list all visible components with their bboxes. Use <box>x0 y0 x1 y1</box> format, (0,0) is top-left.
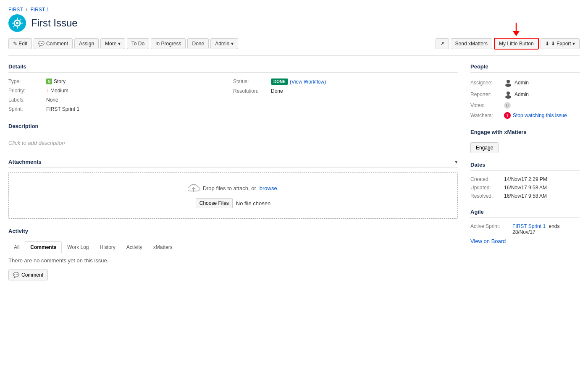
sprint-label: Sprint: <box>8 106 46 112</box>
project-icon <box>8 14 26 32</box>
resolved-label: Resolved: <box>470 193 504 199</box>
detail-resolution-row: Resolution: Done <box>233 86 458 96</box>
send-xmatters-button[interactable]: Send xMatters <box>451 38 492 49</box>
attachments-section: Attachments ▾ Drop files to attach, or <box>8 159 458 219</box>
page-title: First Issue <box>31 17 78 29</box>
detail-sprint-row: Sprint: FIRST Sprint 1 <box>8 105 233 114</box>
description-section: Description Click to add description <box>8 123 458 149</box>
main-content: Details Type: N Story Priority: <box>8 63 580 290</box>
dates-section: Dates Created: 14/Nov/17 2:29 PM Updated… <box>470 162 580 200</box>
details-section: Details Type: N Story Priority: <box>8 63 458 114</box>
watchers-row: Watchers: 1 Stop watching this issue <box>470 110 580 120</box>
breadcrumb-separator: / <box>26 7 27 13</box>
votes-value: 0 <box>504 102 511 109</box>
breadcrumb-issue[interactable]: FIRST-1 <box>30 7 49 13</box>
type-value: N Story <box>46 78 66 84</box>
tab-xmatters[interactable]: xMatters <box>148 241 178 253</box>
drop-zone[interactable]: Drop files to attach, or browse. Choose … <box>8 172 458 219</box>
edit-button[interactable]: ✎ Edit <box>8 38 32 49</box>
browse-link[interactable]: browse. <box>260 185 279 191</box>
status-badge: DONE <box>271 78 288 85</box>
details-title: Details <box>8 63 458 73</box>
admin-button[interactable]: Admin ▾ <box>210 38 238 49</box>
reporter-label: Reporter: <box>470 92 504 97</box>
priority-icon: ↑ <box>46 88 49 94</box>
engage-button[interactable]: Engage <box>470 142 499 153</box>
status-label: Status: <box>233 78 271 84</box>
created-value: 14/Nov/17 2:29 PM <box>504 176 547 182</box>
stop-watching-link[interactable]: Stop watching this issue <box>513 113 567 118</box>
sprint-link[interactable]: FIRST Sprint 1 <box>512 223 546 229</box>
watchers-value: 1 Stop watching this issue <box>504 112 567 119</box>
comment-icon-2: 💬 <box>13 272 19 278</box>
activity-tabs: All Comments Work Log History Activity x… <box>8 241 458 253</box>
svg-point-13 <box>505 84 511 87</box>
story-icon: N <box>46 78 52 84</box>
assignee-icon <box>504 78 512 87</box>
no-file-label: No file chosen <box>236 200 270 207</box>
assignee-label: Assignee: <box>470 80 504 86</box>
inprogress-button[interactable]: In Progress <box>151 38 186 49</box>
tab-activity[interactable]: Activity <box>121 241 148 253</box>
bottom-comment-button[interactable]: 💬 Comment <box>8 269 48 280</box>
resolved-row: Resolved: 16/Nov/17 9:58 AM <box>470 192 580 200</box>
assign-button[interactable]: Assign <box>74 38 99 49</box>
reporter-row: Reporter: Admin <box>470 89 580 100</box>
votes-badge: 0 <box>504 102 511 109</box>
comment-icon: 💬 <box>38 41 45 47</box>
agile-section: Agile Active Sprint: FIRST Sprint 1 ends… <box>470 209 580 246</box>
issue-header: First Issue <box>8 14 580 32</box>
engage-section: Engage with xMatters Engage <box>470 129 580 153</box>
export-button[interactable]: ⬇ ⬇ Export ▾ <box>541 38 580 49</box>
created-label: Created: <box>470 176 504 182</box>
view-workflow-link[interactable]: (View Workflow) <box>290 79 326 85</box>
description-placeholder[interactable]: Click to add description <box>8 136 458 149</box>
details-left-col: Type: N Story Priority: ↑ Medium <box>8 77 233 114</box>
priority-label: Priority: <box>8 88 46 94</box>
more-button[interactable]: More ▾ <box>100 38 125 49</box>
watchers-badge: 1 <box>504 112 511 119</box>
agile-title: Agile <box>470 209 580 218</box>
todo-button[interactable]: To Do <box>127 38 149 49</box>
details-right-col: Status: DONE (View Workflow) Resolution:… <box>233 77 458 114</box>
svg-point-2 <box>16 22 18 24</box>
attachments-title: Attachments <box>8 159 42 165</box>
drop-text: Drop files to attach, or <box>203 185 256 191</box>
annotation-arrow <box>512 23 520 37</box>
tab-worklog[interactable]: Work Log <box>62 241 94 253</box>
dates-title: Dates <box>470 162 580 171</box>
tab-comments[interactable]: Comments <box>25 241 62 253</box>
active-sprint-label: Active Sprint: <box>470 223 512 235</box>
breadcrumb: FIRST / FIRST-1 <box>8 7 580 13</box>
created-row: Created: 14/Nov/17 2:29 PM <box>470 175 580 183</box>
votes-label: Votes: <box>470 102 504 108</box>
breadcrumb-project[interactable]: FIRST <box>8 7 23 13</box>
no-comments-text: There are no comments yet on this issue. <box>8 257 458 264</box>
svg-point-12 <box>507 80 510 83</box>
attachments-toggle[interactable]: ▾ <box>455 159 458 165</box>
activity-title: Activity <box>8 228 458 237</box>
my-little-button[interactable]: My Little Button <box>494 38 539 50</box>
choose-files-button[interactable]: Choose Files <box>196 198 233 208</box>
export-icon: ⬇ <box>545 41 549 47</box>
resolution-value: Done <box>271 88 283 94</box>
activity-section: Activity All Comments Work Log History A… <box>8 228 458 280</box>
labels-label: Labels: <box>8 97 46 103</box>
active-sprint-row: Active Sprint: FIRST Sprint 1 ends 28/No… <box>470 222 580 236</box>
tab-all[interactable]: All <box>8 241 25 253</box>
people-section: People Assignee: Admin Report <box>470 63 580 120</box>
view-on-board-link[interactable]: View on Board <box>470 238 506 244</box>
toolbar-right: ↗ Send xMatters My Little Button ⬇ ⬇ Exp… <box>436 38 580 50</box>
attachments-header: Attachments ▾ <box>8 159 458 168</box>
done-button[interactable]: Done <box>187 38 209 49</box>
comment-button[interactable]: 💬 Comment <box>34 38 73 49</box>
detail-labels-row: Labels: None <box>8 95 233 105</box>
svg-point-15 <box>505 95 511 99</box>
reporter-icon <box>504 90 512 99</box>
priority-value: ↑ Medium <box>46 88 68 94</box>
people-title: People <box>470 63 580 73</box>
tab-history[interactable]: History <box>94 241 121 253</box>
right-panel: People Assignee: Admin Report <box>470 63 580 290</box>
share-button[interactable]: ↗ <box>436 38 449 49</box>
toolbar-left: ✎ Edit 💬 Comment Assign More ▾ To Do In … <box>8 38 238 49</box>
